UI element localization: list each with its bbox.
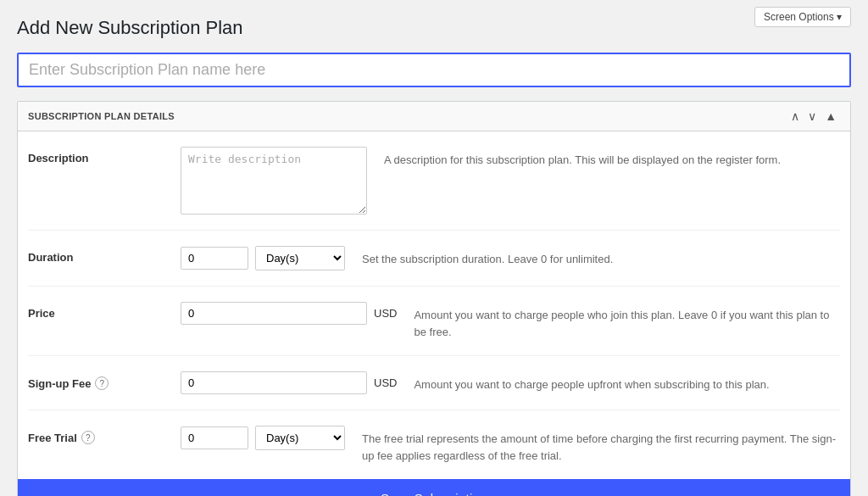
description-textarea[interactable] [181, 147, 367, 215]
save-bar: Save Subscription [18, 479, 850, 496]
duration-unit-select[interactable]: Day(s) Week(s) Month(s) Year(s) [255, 246, 345, 270]
subscription-plan-metabox: SUBSCRIPTION PLAN DETAILS ∧ ∨ ▲ Descript… [17, 101, 851, 496]
metabox-header: SUBSCRIPTION PLAN DETAILS ∧ ∨ ▲ [18, 102, 850, 131]
page-title: Add New Subscription Plan [17, 17, 851, 39]
metabox-body: Description A description for this subsc… [18, 131, 850, 479]
signup-fee-currency: USD [374, 376, 397, 389]
price-input-col: USD [181, 302, 397, 325]
duration-number-input[interactable] [181, 247, 248, 270]
metabox-title: SUBSCRIPTION PLAN DETAILS [28, 111, 175, 121]
free-trial-label: Free Trial ? [28, 426, 164, 444]
description-hint: A description for this subscription plan… [384, 147, 840, 169]
metabox-toggle-button[interactable]: ▲ [821, 109, 840, 124]
free-trial-help-icon[interactable]: ? [81, 431, 95, 444]
metabox-controls: ∧ ∨ ▲ [787, 109, 840, 124]
free-trial-row: Free Trial ? Day(s) Week(s) Month(s) Yea… [28, 410, 840, 479]
free-trial-unit-select[interactable]: Day(s) Week(s) Month(s) Year(s) [255, 426, 345, 450]
signup-fee-row: Sign-up Fee ? USD Amount you want to cha… [28, 356, 840, 410]
price-hint: Amount you want to charge people who joi… [414, 302, 840, 340]
description-row: Description A description for this subsc… [28, 131, 840, 231]
page-wrapper: Screen Options ▾ Add New Subscription Pl… [0, 0, 868, 496]
signup-fee-input-col: USD [181, 371, 397, 394]
duration-row: Duration Day(s) Week(s) Month(s) Year(s)… [28, 231, 840, 287]
free-trial-hint: The free trial represents the amount of … [362, 426, 840, 464]
duration-hint: Set the subscription duration. Leave 0 f… [362, 246, 840, 268]
free-trial-input-col: Day(s) Week(s) Month(s) Year(s) [181, 426, 345, 450]
price-label: Price [28, 302, 164, 320]
screen-options-button[interactable]: Screen Options ▾ [754, 7, 851, 27]
price-currency: USD [374, 307, 397, 320]
description-label: Description [28, 147, 164, 164]
plan-name-input[interactable] [17, 53, 851, 87]
price-input[interactable] [181, 302, 367, 325]
duration-label: Duration [28, 246, 164, 264]
metabox-down-button[interactable]: ∨ [804, 109, 820, 124]
signup-fee-help-icon[interactable]: ? [95, 376, 108, 390]
duration-input-col: Day(s) Week(s) Month(s) Year(s) [181, 246, 345, 270]
signup-fee-input[interactable] [181, 371, 367, 394]
free-trial-number-input[interactable] [181, 426, 248, 449]
description-input-col [181, 147, 367, 215]
price-row: Price USD Amount you want to charge peop… [28, 287, 840, 356]
save-subscription-button[interactable]: Save Subscription [381, 491, 487, 496]
metabox-up-button[interactable]: ∧ [787, 109, 803, 124]
signup-fee-label: Sign-up Fee ? [28, 371, 164, 390]
signup-fee-hint: Amount you want to charge people upfront… [414, 371, 840, 393]
